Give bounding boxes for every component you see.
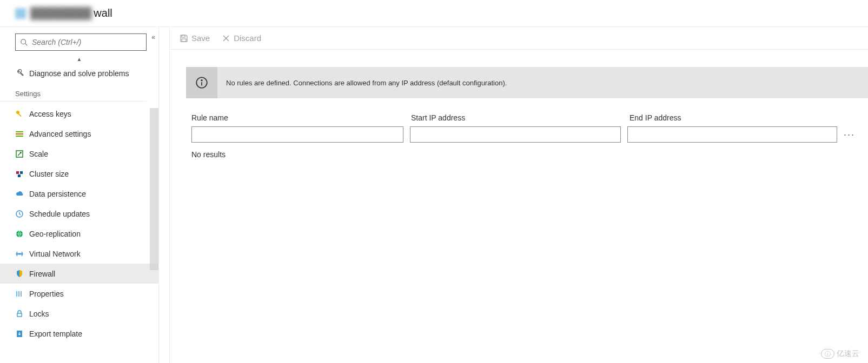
nav-item-label: Virtual Network xyxy=(29,250,81,258)
sidebar: « ▲ Diagnose and solve problems Settings… xyxy=(0,27,159,363)
row-actions-button[interactable]: ··· xyxy=(844,129,855,140)
svg-rect-4 xyxy=(16,131,23,132)
no-results-label: No results xyxy=(186,150,855,159)
page-header: ████████ wall xyxy=(0,0,868,27)
nav-cluster-size[interactable]: Cluster size xyxy=(0,164,158,184)
main-panel: Save Discard No rules are defined. Conne… xyxy=(170,27,868,363)
sidebar-collapse-button[interactable]: « xyxy=(151,33,155,41)
nav-locks[interactable]: Locks xyxy=(0,304,158,324)
watermark-badge-icon: ⓘ xyxy=(821,349,834,359)
nav-item-label: Data persistence xyxy=(29,190,86,198)
column-end-ip: End IP address xyxy=(630,113,839,122)
svg-rect-8 xyxy=(16,171,19,174)
svg-rect-5 xyxy=(16,133,23,135)
info-icon xyxy=(186,67,217,98)
command-bar: Save Discard xyxy=(170,27,868,50)
nav-properties[interactable]: Properties xyxy=(0,284,158,304)
end-ip-input[interactable] xyxy=(627,126,837,143)
key-icon xyxy=(15,110,29,118)
svg-rect-6 xyxy=(16,136,23,137)
nav-item-label: Scale xyxy=(29,150,48,158)
nav-item-label: Locks xyxy=(29,310,49,318)
svg-rect-22 xyxy=(182,39,186,42)
info-banner-text: No rules are defined. Connections are al… xyxy=(217,67,507,98)
svg-rect-10 xyxy=(18,174,21,177)
watermark: ⓘ 亿速云 xyxy=(821,349,859,359)
save-label: Save xyxy=(191,33,210,43)
nav-item-label: Firewall xyxy=(29,270,55,278)
nav-item-label: Diagnose and solve problems xyxy=(29,69,129,78)
svg-point-26 xyxy=(201,80,202,81)
globe-icon xyxy=(15,230,29,238)
nav-diagnose[interactable]: Diagnose and solve problems xyxy=(0,63,158,83)
nav-item-label: Properties xyxy=(29,290,64,298)
rules-input-row: ··· xyxy=(186,126,855,143)
svg-line-1 xyxy=(25,44,28,46)
sidebar-scroll-up-indicator[interactable]: ▲ xyxy=(0,54,158,63)
resource-type-icon xyxy=(15,8,26,19)
save-icon xyxy=(180,34,188,43)
svg-rect-9 xyxy=(20,171,23,174)
nav-item-label: Schedule updates xyxy=(29,210,90,218)
clock-icon xyxy=(15,210,29,218)
watermark-text: 亿速云 xyxy=(837,349,859,359)
nav-item-label: Cluster size xyxy=(29,170,69,178)
save-button[interactable]: Save xyxy=(180,33,210,43)
sidebar-search-input[interactable] xyxy=(32,38,142,46)
nav-access-keys[interactable]: Access keys xyxy=(0,104,158,124)
rule-name-input[interactable] xyxy=(191,126,403,143)
column-start-ip: Start IP address xyxy=(411,113,622,122)
cluster-icon xyxy=(15,170,29,178)
shield-icon xyxy=(15,270,29,278)
firewall-rules-table: Rule name Start IP address End IP addres… xyxy=(186,113,868,159)
svg-rect-3 xyxy=(18,113,22,117)
cloud-icon xyxy=(15,190,29,198)
svg-rect-19 xyxy=(17,313,22,317)
nav-item-label: Geo-replication xyxy=(29,230,81,238)
sidebar-search[interactable] xyxy=(15,33,147,51)
discard-label: Discard xyxy=(234,33,261,43)
nav-data-persistence[interactable]: Data persistence xyxy=(0,184,158,204)
svg-point-13 xyxy=(19,253,20,254)
vnet-icon xyxy=(15,250,29,258)
scale-icon xyxy=(15,150,29,158)
nav-item-label: Export template xyxy=(29,330,82,338)
svg-point-15 xyxy=(21,253,22,254)
nav-firewall[interactable]: Firewall xyxy=(0,264,158,284)
svg-point-14 xyxy=(17,253,18,254)
svg-rect-21 xyxy=(182,35,185,37)
nav-schedule-updates[interactable]: Schedule updates xyxy=(0,204,158,224)
nav-advanced-settings[interactable]: Advanced settings xyxy=(0,124,158,144)
sidebar-scrollbar[interactable] xyxy=(150,108,158,270)
nav-item-label: Advanced settings xyxy=(29,130,91,138)
sliders-icon xyxy=(15,130,29,138)
discard-button[interactable]: Discard xyxy=(222,33,261,43)
sidebar-section-settings: Settings xyxy=(0,83,147,102)
wrench-icon xyxy=(15,69,29,78)
discard-icon xyxy=(222,34,230,43)
nav-scale[interactable]: Scale xyxy=(0,144,158,164)
rules-header-row: Rule name Start IP address End IP addres… xyxy=(186,113,855,122)
info-banner: No rules are defined. Connections are al… xyxy=(186,67,868,98)
nav-geo-replication[interactable]: Geo-replication xyxy=(0,224,158,244)
properties-icon xyxy=(15,290,29,298)
page-title-suffix: wall xyxy=(94,7,112,19)
column-rule-name: Rule name xyxy=(191,113,403,122)
nav-export-template[interactable]: Export template xyxy=(0,324,158,344)
lock-icon xyxy=(15,310,29,318)
search-icon xyxy=(20,38,28,46)
svg-point-0 xyxy=(21,39,26,44)
nav-item-label: Access keys xyxy=(29,110,71,118)
export-icon xyxy=(15,330,29,338)
panel-gutter xyxy=(159,27,170,363)
nav-virtual-network[interactable]: Virtual Network xyxy=(0,244,158,264)
start-ip-input[interactable] xyxy=(410,126,621,143)
page-title-obscured: ████████ xyxy=(30,7,91,19)
